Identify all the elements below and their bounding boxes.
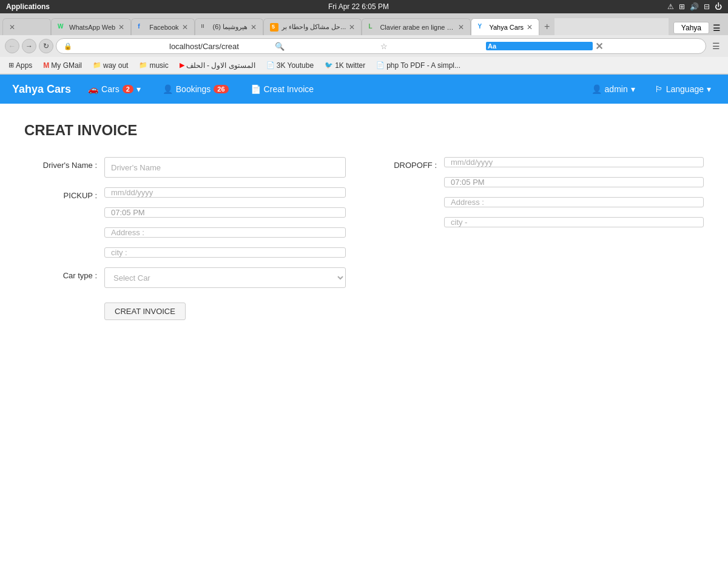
dropoff-date-input[interactable] (444, 157, 704, 167)
pickup-address-input[interactable] (104, 227, 346, 238)
driver-name-label: Driver's Name : (24, 157, 97, 170)
browser-actions: ☰ (709, 39, 723, 53)
tab-whatsapp[interactable]: W WhatsApp Web ✕ (51, 18, 131, 35)
bookings-icon: 👤 (163, 84, 173, 94)
bookmark-youtube-label: 3K Youtube (277, 61, 314, 70)
tab5-favicon: 5 (270, 23, 278, 32)
pickup-date-input[interactable] (104, 187, 346, 198)
navbar-right: 👤 admin ▾ 🏳 Language ▾ (587, 82, 716, 96)
tab-clavier-close[interactable]: ✕ (458, 23, 464, 32)
folder-icon: 📁 (93, 61, 101, 69)
nav-cars[interactable]: 🚗 Cars 2 ▾ (83, 82, 146, 96)
monitor-icon: ⊟ (704, 2, 710, 11)
tab5-label: حل مشاكل واحطاء بر... (281, 23, 346, 31)
tab5-close[interactable]: ✕ (349, 23, 355, 32)
dropoff-city-input[interactable] (444, 217, 704, 227)
tab-facebook[interactable]: f Facebook ✕ (131, 18, 194, 35)
bookmark-apps[interactable]: ⊞ Apps (5, 60, 36, 71)
bookmark-music[interactable]: 📁 music (135, 60, 172, 71)
power-icon[interactable]: ⏻ (715, 2, 722, 11)
os-icons: ⚠ ⊞ 🔊 ⊟ ⏻ (667, 2, 722, 11)
admin-dropdown-icon: ▾ (631, 84, 635, 94)
bookmark-wayout-label: way out (103, 61, 128, 70)
create-invoice-button[interactable]: CREAT INVOICE (104, 303, 186, 320)
address-bar[interactable]: 🔒 localhost/Cars/creat 🔍 ☆ Aa ✕ (56, 38, 706, 54)
nav-cars-label: Cars (101, 84, 120, 94)
tab-whatsapp-close[interactable]: ✕ (118, 23, 124, 32)
gmail-icon: M (43, 61, 49, 70)
whatsapp-favicon: W (58, 23, 66, 32)
main-content: CREAT INVOICE Driver's Name : PICKUP : C… (0, 104, 728, 582)
tab-yahya[interactable]: Y Yahya Cars ✕ (471, 18, 539, 35)
bookmark-apps-label: Apps (16, 61, 32, 70)
php-icon: 📄 (376, 61, 385, 69)
close-icon[interactable]: ✕ (9, 23, 15, 32)
warning-icon: ⚠ (667, 2, 674, 11)
dropoff-label: DROPOFF : (382, 157, 437, 170)
star-icon: ☆ (380, 42, 484, 51)
tab-clavier[interactable]: L Clavier arabe en ligne LE... ✕ (362, 18, 471, 35)
facebook-favicon: f (138, 23, 146, 32)
youtube-icon: 📄 (266, 61, 275, 69)
bookmark-gmail-label: My GMail (51, 61, 82, 70)
clavier-favicon: L (368, 23, 377, 32)
form-left: Driver's Name : PICKUP : Car type : Sele… (24, 157, 346, 320)
page-title: CREAT INVOICE (24, 122, 704, 139)
driver-name-input[interactable] (104, 157, 346, 178)
browser-menu-icon[interactable]: ☰ (713, 23, 721, 33)
lock-icon: 🔒 (64, 42, 167, 50)
address-bar-row: ← → ↻ 🔒 localhost/Cars/creat 🔍 ☆ Aa ✕ ☰ (0, 35, 728, 57)
bookmark-arabic-label: المستوى الاول - الحلف (186, 61, 255, 70)
pickup-city-input[interactable] (104, 247, 346, 258)
tab-hiroshima-close[interactable]: ✕ (251, 23, 257, 32)
back-button[interactable]: ← (5, 39, 19, 53)
apps-icon: ⊞ (8, 61, 14, 69)
browser-menu-button[interactable]: ☰ (709, 39, 723, 53)
cars-badge: 2 (123, 85, 133, 93)
bookmark-twitter[interactable]: 🐦 1K twitter (321, 60, 369, 71)
bookmark-arabic[interactable]: ▶ المستوى الاول - الحلف (176, 60, 259, 71)
car-type-label: Car type : (24, 267, 97, 280)
tab-clavier-label: Clavier arabe en ligne LE... (380, 24, 455, 31)
reload-button[interactable]: ↻ (39, 39, 53, 53)
forward-button[interactable]: → (22, 39, 36, 53)
nav-language[interactable]: 🏳 Language ▾ (650, 82, 716, 96)
nav-bookings-label: Bookings (176, 84, 211, 94)
dropoff-address-input[interactable] (444, 197, 704, 207)
bookings-badge: 26 (214, 85, 228, 93)
bookmark-gmail[interactable]: M My GMail (39, 60, 86, 71)
nav-creat-invoice[interactable]: 📄 Creat Invoice (246, 82, 318, 96)
admin-label: admin (605, 84, 628, 94)
dropoff-group: DROPOFF : (382, 157, 704, 227)
submit-area: CREAT INVOICE (104, 298, 346, 320)
new-tab-button[interactable]: + (539, 18, 554, 35)
os-app-name: Applications (6, 2, 50, 11)
admin-icon: 👤 (592, 84, 602, 94)
tab-hiroshima[interactable]: II هيروشيما (6) ✕ (195, 18, 264, 35)
x-button[interactable]: ✕ (595, 41, 698, 52)
tab-facebook-close[interactable]: ✕ (182, 23, 188, 32)
browser-chrome: ✕ W WhatsApp Web ✕ f Facebook ✕ II هيروش… (0, 13, 728, 75)
browser-user: Yahya (673, 22, 709, 34)
tab-whatsapp-label: WhatsApp Web (69, 24, 115, 31)
nav-bookings[interactable]: 👤 Bookings 26 (158, 82, 234, 96)
tab-facebook-label: Facebook (149, 24, 178, 31)
tab-yahya-close[interactable]: ✕ (527, 23, 533, 32)
bookmark-php[interactable]: 📄 php To PDF - A simpl... (372, 60, 464, 71)
pickup-time-input[interactable] (104, 207, 346, 218)
tab-close-btn[interactable]: ✕ (2, 18, 51, 35)
bookmark-youtube[interactable]: 📄 3K Youtube (263, 60, 317, 71)
bookmark-wayout[interactable]: 📁 way out (89, 60, 132, 71)
dropoff-inputs (444, 157, 704, 227)
car-type-select[interactable]: Select Car (104, 267, 346, 288)
app-brand[interactable]: Yahya Cars (12, 83, 71, 96)
pickup-group: PICKUP : (24, 187, 346, 258)
car-type-group: Car type : Select Car (24, 267, 346, 288)
language-label: Language (666, 84, 704, 94)
nav-admin[interactable]: 👤 admin ▾ (587, 82, 640, 96)
tab-5[interactable]: 5 حل مشاكل واحطاء بر... ✕ (263, 18, 362, 35)
form-right: DROPOFF : (382, 157, 704, 320)
dropoff-time-input[interactable] (444, 177, 704, 187)
address-text: localhost/Cars/creat (169, 42, 272, 51)
search-icon: 🔍 (275, 42, 378, 51)
